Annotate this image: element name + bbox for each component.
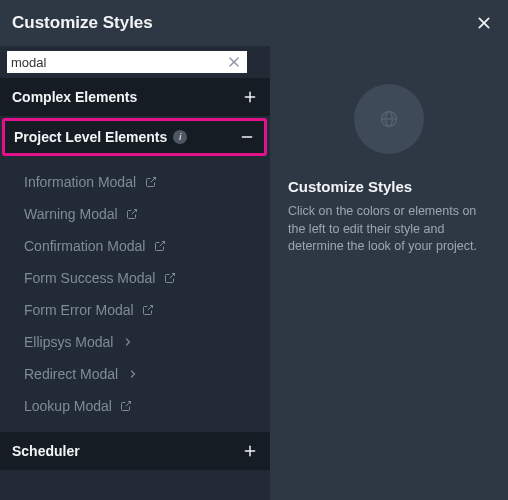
close-icon: [476, 15, 492, 31]
list-item-label: Form Success Modal: [24, 270, 155, 286]
list-item[interactable]: Information Modal: [0, 166, 270, 198]
list-item[interactable]: Redirect Modal: [0, 358, 270, 390]
list-item[interactable]: Warning Modal: [0, 198, 270, 230]
list-item-label: Information Modal: [24, 174, 136, 190]
external-link-icon: [142, 304, 155, 317]
clear-search-button[interactable]: [224, 52, 244, 72]
collapse-button[interactable]: [239, 129, 255, 145]
list-item[interactable]: Lookup Modal: [0, 390, 270, 422]
search-input[interactable]: [7, 51, 247, 73]
section-label: Complex Elements: [12, 89, 137, 105]
list-item[interactable]: Ellipsys Modal: [0, 326, 270, 358]
plus-icon: [243, 90, 257, 104]
external-link-icon: [126, 208, 139, 221]
section-label: Project Level Elements: [14, 129, 167, 145]
section-label: Scheduler: [12, 443, 80, 459]
external-link-icon: [144, 176, 157, 189]
section-title: Scheduler: [12, 443, 80, 459]
external-link-icon: [120, 400, 133, 413]
dialog-body: Complex Elements Project Level Elements …: [0, 46, 508, 500]
section-project-level-elements[interactable]: Project Level Elements i: [5, 121, 264, 153]
list-item[interactable]: Confirmation Modal: [0, 230, 270, 262]
left-panel: Complex Elements Project Level Elements …: [0, 46, 270, 500]
chevron-right-icon: [126, 368, 139, 381]
dialog-header: Customize Styles: [0, 0, 508, 46]
expand-button[interactable]: [242, 443, 258, 459]
expand-button[interactable]: [242, 89, 258, 105]
section-scheduler[interactable]: Scheduler: [0, 432, 270, 470]
close-button[interactable]: [474, 13, 494, 33]
list-item-label: Lookup Modal: [24, 398, 112, 414]
external-link-icon: [153, 240, 166, 253]
section-title: Complex Elements: [12, 89, 137, 105]
close-icon: [227, 55, 241, 69]
list-item-label: Redirect Modal: [24, 366, 118, 382]
right-panel: Customize Styles Click on the colors or …: [270, 46, 508, 500]
search-wrap: [7, 51, 247, 73]
section-project-level-elements-highlighted: Project Level Elements i: [2, 118, 267, 156]
plus-icon: [243, 444, 257, 458]
list-item-label: Confirmation Modal: [24, 238, 145, 254]
list-item-label: Form Error Modal: [24, 302, 134, 318]
globe-icon: [379, 109, 399, 129]
dialog-title: Customize Styles: [12, 13, 153, 33]
customize-styles-dialog: Customize Styles Complex Elements: [0, 0, 508, 500]
section-complex-elements[interactable]: Complex Elements: [0, 78, 270, 116]
list-item[interactable]: Form Success Modal: [0, 262, 270, 294]
preview-title: Customize Styles: [288, 178, 412, 195]
search-row: [0, 46, 270, 78]
list-item[interactable]: Form Error Modal: [0, 294, 270, 326]
preview-description: Click on the colors or elements on the l…: [288, 203, 490, 256]
minus-icon: [240, 130, 254, 144]
preview-placeholder: [354, 84, 424, 154]
chevron-right-icon: [121, 336, 134, 349]
project-items-list: Information ModalWarning ModalConfirmati…: [0, 158, 270, 432]
section-title: Project Level Elements i: [14, 129, 187, 145]
external-link-icon: [163, 272, 176, 285]
list-item-label: Ellipsys Modal: [24, 334, 113, 350]
info-icon[interactable]: i: [173, 130, 187, 144]
list-item-label: Warning Modal: [24, 206, 118, 222]
